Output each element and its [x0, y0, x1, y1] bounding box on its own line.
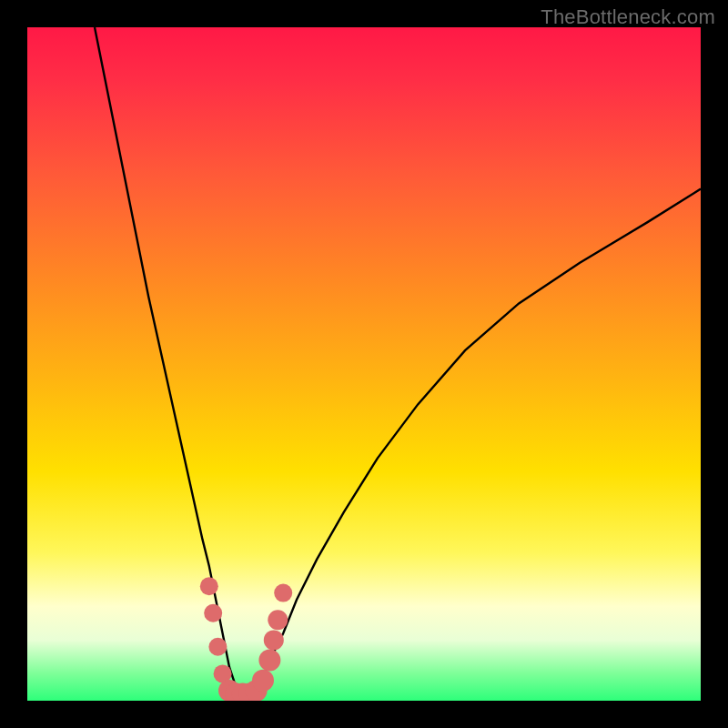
- bottleneck-curve-svg: [27, 27, 701, 701]
- curve-marker: [214, 664, 232, 682]
- curve-marker: [258, 650, 280, 672]
- curve-marker: [246, 680, 268, 701]
- curve-marker: [204, 604, 222, 622]
- curve-marker: [232, 683, 254, 701]
- curve-marker: [238, 683, 260, 701]
- curve-marker: [200, 577, 218, 595]
- curve-marker: [264, 630, 284, 650]
- curve-marker: [252, 670, 274, 692]
- curve-marker: [225, 683, 247, 701]
- curve-marker: [268, 610, 288, 630]
- plot-area: [27, 27, 701, 701]
- curve-marker: [208, 638, 227, 656]
- chart-frame: TheBottleneck.com: [0, 0, 728, 728]
- curve-marker: [274, 584, 292, 602]
- bottleneck-curve-path: [95, 27, 701, 701]
- watermark-text: TheBottleneck.com: [541, 5, 715, 29]
- marker-group: [200, 577, 292, 701]
- curve-marker: [218, 680, 240, 701]
